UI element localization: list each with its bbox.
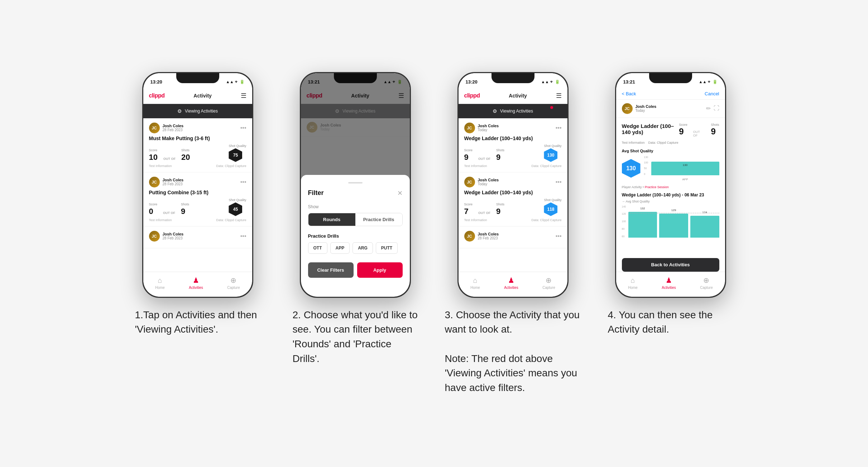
phone-1-card-1-score-label: Score [149,148,158,152]
phone-4-user-row: JC Josh Coles Today ✏ ⛶ [616,100,725,118]
filter-close-button[interactable]: ✕ [397,189,403,197]
phone-3-bottom-nav: ⌂ Home ♟ Activities ⊕ Capture [459,272,567,297]
phone-3: 13:20 ▲▲ ᯤ 🔋 clippd Activity ☰ ⚙ Viewing… [457,72,569,298]
phone-1-card-1-more[interactable]: ••• [240,125,246,131]
phone-1-status-bar: 13:20 ▲▲ ᯤ 🔋 [143,73,252,88]
phone-3-nav-activities[interactable]: ♟ Activities [504,276,518,292]
drill-tag-ott[interactable]: OTT [308,242,327,254]
phone-4-bottom-nav: ⌂ Home ♟ Activities ⊕ Capture [616,272,725,297]
phone-3-nav-home[interactable]: ⌂ Home [470,276,480,292]
phone-3-nav-capture[interactable]: ⊕ Capture [542,276,555,292]
phone-1-card-1-score-val: 10 [149,153,158,162]
phone-1-card-2[interactable]: JC Josh Coles 28 Feb 2023 ••• Putting Co… [143,172,252,227]
phone-4-nav-activities[interactable]: ♟ Activities [662,276,676,292]
phone-3-menu-icon[interactable]: ☰ [556,92,562,100]
phone-4-shots-value: 9 [711,127,719,137]
phone-3-nav-title: Activity [509,93,527,99]
phone-2-filter-sheet: Filter ✕ Show Rounds Practice Drills Pra… [301,175,410,297]
activities-icon-4: ♟ [666,276,672,285]
expand-icon[interactable]: ⛶ [714,105,719,112]
phone-1-card-1-stats: Score 10 OUT OF Shots [149,144,246,162]
phone-3-scroll: JC Josh Coles Today ••• Wedge Ladder (10… [459,118,567,272]
phone-1-nav-home[interactable]: ⌂ Home [155,276,165,292]
phones-row: 13:20 ▲▲ ᯤ 🔋 clippd Activity ☰ ⚙ Viewing… [130,72,739,395]
phone-1-bottom-nav: ⌂ Home ♟ Activities ⊕ Capture [143,272,252,297]
phone-1-card-1-user-info: Josh Coles 28 Feb 2023 [163,124,184,132]
phone-1-notch [176,73,219,83]
filter-actions: Clear Filters Apply [308,262,403,278]
filter-tab-practice-drills[interactable]: Practice Drills [355,213,402,226]
phone-4-bar-2: 129 [659,214,688,238]
phone-4: 13:21 ▲▲ ᯤ 🔋 < Back Cancel JC Josh Coles [615,72,726,298]
phone-1-card-1[interactable]: JC Josh Coles 28 Feb 2023 ••• Must Make … [143,118,252,172]
phone-4-sq-badge: 130 [622,159,641,178]
phone-1-card-2-name: Josh Coles [163,178,184,182]
filter-show-label: Show [308,204,403,209]
phone-1-filter-label: Viewing Activities [185,109,218,114]
phone-4-detail-info: Test Information Data: Clippd Capture [622,141,719,144]
phone-1-card-1-score: Score 10 [149,148,158,162]
clear-filters-button[interactable]: Clear Filters [308,262,354,278]
filter-drill-tags: OTT APP ARG PUTT [308,242,403,254]
phone-4-sq-bar-val: 130 [651,163,719,167]
home-icon-4: ⌂ [631,276,635,285]
phone-4-detail-main: Wedge Ladder (100–140 yds) Score 9 [616,118,725,250]
phone-1-screen: 13:20 ▲▲ ᯤ 🔋 clippd Activity ☰ ⚙ Viewing… [143,73,252,297]
phone-1-card-1-footer: Test Information Data: Clippd Capture [149,164,246,168]
home-icon-3: ⌂ [473,276,478,285]
back-activities-button[interactable]: Back to Activities [622,258,719,272]
phone-1-card-1-shots: Shots 20 [181,148,190,162]
drill-tag-app[interactable]: APP [330,242,350,254]
phone-1-card-2-date: 28 Feb 2023 [163,182,184,186]
phone-3-logo: clippd [464,92,480,99]
phone-4-avg-sq: Avg Shot Quality 130 130 100 50 0 [622,149,719,181]
phone-section-3: 13:20 ▲▲ ᯤ 🔋 clippd Activity ☰ ⚙ Viewing… [445,72,581,395]
phone-1-scroll: JC Josh Coles 28 Feb 2023 ••• Must Make … [143,118,252,272]
phone-4-nav-home[interactable]: ⌂ Home [628,276,638,292]
phone-4-shots-label: Shots [711,123,719,127]
phone-3-card-2[interactable]: JC Josh Coles Today ••• Wedge Ladder (10… [459,172,567,227]
back-button[interactable]: < Back [622,91,636,96]
phone-1-menu-icon[interactable]: ☰ [241,92,246,100]
drill-tag-putt[interactable]: PUTT [376,242,398,254]
phone-4-score-label: Score [679,123,687,127]
phone-4-status-icons: ▲▲ ᯤ 🔋 [699,80,718,84]
edit-icon[interactable]: ✏ [706,105,711,112]
phone-4-avatar: JC [622,103,633,114]
phone-1-app-nav: clippd Activity ☰ [143,88,252,104]
phone-section-2: 13:21 ▲▲ ᯤ 🔋 clippd Activity ☰ ⚙ Viewing… [287,72,423,366]
phone-3-card-3[interactable]: JC Josh Coles 28 Feb 2023 ••• [459,227,567,248]
phone-3-filter-label: Viewing Activities [500,109,533,114]
phone-4-dashed-line [628,213,719,213]
cancel-button[interactable]: Cancel [705,91,719,96]
filter-title: Filter [308,189,324,197]
phone-3-screen: 13:20 ▲▲ ᯤ 🔋 clippd Activity ☰ ⚙ Viewing… [459,73,567,297]
filter-tabs: Rounds Practice Drills [308,213,403,226]
phone-1-card-2-more[interactable]: ••• [240,179,246,185]
phone-4-detail-content: Wedge Ladder (100–140 yds) Score 9 [616,118,725,267]
home-icon: ⌂ [158,276,162,285]
caption-4: 4. You can then see the Activity detail. [608,308,733,337]
phone-3-filter-banner[interactable]: ⚙ Viewing Activities [459,104,567,118]
phone-1-card-1-sq-label: Shot Quality [229,144,246,148]
phone-1-card-2-header: JC Josh Coles 28 Feb 2023 ••• [149,177,246,187]
phone-1-card-1-out: OUT OF [163,153,176,162]
filter-tab-rounds[interactable]: Rounds [308,213,355,226]
phone-1-nav-activities[interactable]: ♟ Activities [189,276,203,292]
drill-tag-arg[interactable]: ARG [353,242,373,254]
capture-icon-4: ⊕ [703,276,709,285]
phone-1-nav-capture[interactable]: ⊕ Capture [227,276,240,292]
caption-3: 3. Choose the Activity that you want to … [445,308,581,395]
phone-2-filter-overlay: Filter ✕ Show Rounds Practice Drills Pra… [301,73,410,297]
phone-3-card-1[interactable]: JC Josh Coles Today ••• Wedge Ladder (10… [459,118,567,172]
phone-4-wedge-section: Wedge Ladder (100–140 yds) - 06 Mar 23 →… [622,192,719,245]
phone-1-card-2-title: Putting Combine (3-15 ft) [149,190,246,195]
phone-1-card-1-data: Data: Clippd Capture [216,164,246,168]
phone-4-bar-3: 124 [690,216,719,238]
phone-1-filter-banner[interactable]: ⚙ Viewing Activities [143,104,252,118]
apply-button[interactable]: Apply [357,262,403,278]
phone-1-card-3[interactable]: JC Josh Coles 28 Feb 2023 ••• [143,227,252,248]
phone-3-notch [491,73,534,83]
phone-4-nav-capture[interactable]: ⊕ Capture [700,276,713,292]
phone-1-card-1-info: Test Information [149,164,172,168]
